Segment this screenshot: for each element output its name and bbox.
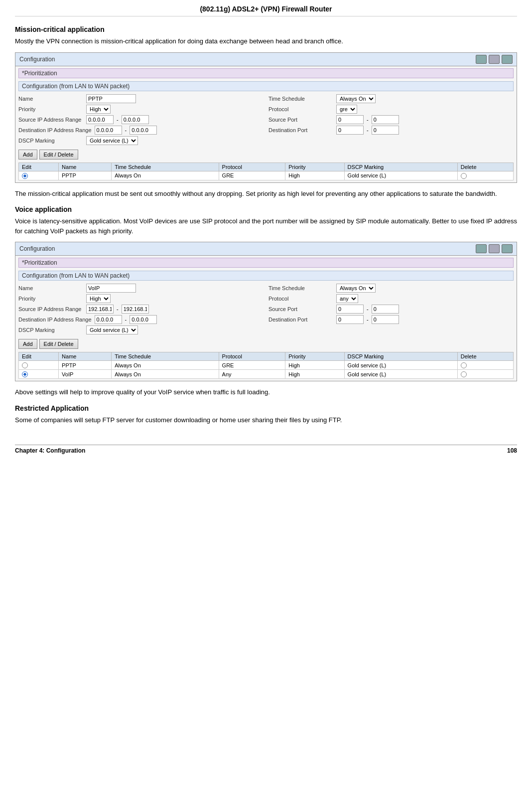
buttons-row-1: Add Edit / Delete: [18, 150, 514, 160]
name-label-2: Name: [18, 285, 83, 291]
dscp-select-2[interactable]: Gold service (L): [86, 325, 138, 334]
name-input-1[interactable]: [86, 94, 136, 103]
src-port-to-1[interactable]: [372, 115, 399, 124]
section2-text2: Above settings will help to improve qual…: [15, 387, 517, 397]
dst-ip-row-1: Destination IP Address Range -: [18, 126, 264, 135]
config-header-icons-1: [476, 55, 513, 64]
section1-text1: Mostly the VPN connection is mission-cri…: [15, 36, 517, 46]
radio-selected-1[interactable]: [22, 173, 28, 179]
section3-text1: Some of companies will setup FTP server …: [15, 415, 517, 425]
src-port-to-2[interactable]: [372, 305, 399, 314]
row1-priority-1: High: [285, 171, 344, 180]
edit-delete-button-2[interactable]: Edit / Delete: [39, 339, 78, 349]
priority-row-2: Priority High: [18, 294, 264, 303]
radio-selected-2b[interactable]: [22, 371, 28, 377]
form-section-label-2: Configuration (from LAN to WAN packet): [18, 271, 514, 281]
row1-protocol-1: GRE: [219, 171, 285, 180]
radio-unselected-2a[interactable]: [22, 362, 28, 368]
src-ip-label-1: Source IP Address Range: [18, 117, 83, 123]
config-box-2: Configuration *Prioritization Configurat…: [15, 242, 517, 381]
src-ip-label-2: Source IP Address Range: [18, 306, 83, 312]
table-row: PPTP Always On GRE High Gold service (L): [19, 171, 514, 180]
row1-name-2: PPTP: [59, 361, 112, 370]
config-header-1: Configuration: [15, 53, 517, 66]
name-input-2[interactable]: [86, 284, 136, 293]
protocol-select-2[interactable]: any: [336, 294, 358, 303]
priority-label-2: Priority: [18, 296, 83, 302]
add-button-2[interactable]: Add: [18, 339, 37, 349]
row2-priority-2: High: [285, 370, 344, 379]
config-icon-2a: [476, 244, 487, 253]
footer-page: 108: [507, 447, 517, 454]
priority-select-1[interactable]: High: [86, 105, 111, 114]
form-section-label-1: Configuration (from LAN to WAN packet): [18, 81, 514, 91]
dst-ip-from-2[interactable]: [95, 315, 122, 324]
time-schedule-select-1[interactable]: Always On: [336, 94, 376, 103]
row2-time-2: Always On: [112, 370, 219, 379]
dst-ip-to-2[interactable]: [130, 315, 157, 324]
row2-delete-2: [457, 370, 513, 379]
time-schedule-row-2: Time Schedule Always On: [268, 284, 514, 293]
src-port-row-1: Source Port -: [268, 115, 514, 124]
row2-name-2: VoIP: [59, 370, 112, 379]
col-protocol-2: Protocol: [219, 352, 285, 361]
sub-section-bar-1: *Prioritization: [18, 68, 514, 78]
dst-port-from-2[interactable]: [336, 315, 364, 324]
edit-delete-button-1[interactable]: Edit / Delete: [39, 150, 78, 160]
dst-port-dash-1: -: [367, 127, 369, 133]
config-icon-1a: [476, 55, 487, 64]
col-time-1: Time Schedule: [112, 162, 219, 171]
src-ip-from-2[interactable]: [86, 305, 114, 314]
protocol-label-1: Protocol: [268, 106, 333, 112]
row1-delete-2: [457, 361, 513, 370]
config-icon-2b: [489, 244, 500, 253]
dst-ip-from-1[interactable]: [95, 126, 122, 135]
delete-radio-2a[interactable]: [461, 362, 467, 368]
table-row: VoIP Always On Any High Gold service (L): [19, 370, 514, 379]
dscp-row-1: DSCP Marking Gold service (L): [18, 136, 264, 145]
col-delete-2: Delete: [457, 352, 513, 361]
dst-port-to-2[interactable]: [372, 315, 399, 324]
priority-label-1: Priority: [18, 106, 83, 112]
time-schedule-select-2[interactable]: Always On: [336, 284, 376, 293]
dst-ip-to-1[interactable]: [130, 126, 157, 135]
src-port-from-1[interactable]: [336, 115, 364, 124]
dscp-select-1[interactable]: Gold service (L): [86, 136, 138, 145]
dst-port-from-1[interactable]: [336, 126, 364, 135]
config-icon-1b: [489, 55, 500, 64]
name-row-2: Name: [18, 284, 264, 293]
src-ip-from-1[interactable]: [86, 115, 114, 124]
row1-name-1: PPTP: [59, 171, 112, 180]
priority-row-1: Priority High: [18, 105, 264, 114]
config-header-title-2: Configuration: [19, 245, 55, 252]
priority-select-2[interactable]: High: [86, 294, 111, 303]
col-dscp-1: DSCP Marking: [344, 162, 457, 171]
form-grid-1: Name Priority High Source IP Address Ran…: [18, 94, 514, 147]
col-name-1: Name: [59, 162, 112, 171]
col-dscp-2: DSCP Marking: [344, 352, 457, 361]
delete-radio-1[interactable]: [461, 173, 467, 179]
src-ip-to-1[interactable]: [122, 115, 149, 124]
add-button-1[interactable]: Add: [18, 150, 37, 160]
src-ip-to-2[interactable]: [122, 305, 149, 314]
dscp-row-2: DSCP Marking Gold service (L): [18, 325, 264, 334]
src-port-label-1: Source Port: [268, 117, 333, 123]
delete-radio-2b[interactable]: [461, 371, 467, 377]
page-footer: Chapter 4: Configuration 108: [15, 445, 517, 454]
src-port-label-2: Source Port: [268, 306, 333, 312]
src-port-row-2: Source Port -: [268, 305, 514, 314]
dst-port-label-1: Destination Port: [268, 127, 333, 133]
col-edit-2: Edit: [19, 352, 59, 361]
src-port-from-2[interactable]: [336, 305, 364, 314]
table-row: PPTP Always On GRE High Gold service (L): [19, 361, 514, 370]
time-schedule-row-1: Time Schedule Always On: [268, 94, 514, 103]
row1-dscp-1: Gold service (L): [344, 171, 457, 180]
row1-time-2: Always On: [112, 361, 219, 370]
dscp-label-2: DSCP Marking: [18, 327, 83, 333]
row1-protocol-2: GRE: [219, 361, 285, 370]
section1-text2: The mission-critical application must be…: [15, 189, 517, 199]
dst-port-to-1[interactable]: [372, 126, 399, 135]
section3-title: Restricted Application: [15, 404, 517, 412]
src-ip-row-2: Source IP Address Range -: [18, 305, 264, 314]
protocol-select-1[interactable]: gre: [336, 105, 357, 114]
